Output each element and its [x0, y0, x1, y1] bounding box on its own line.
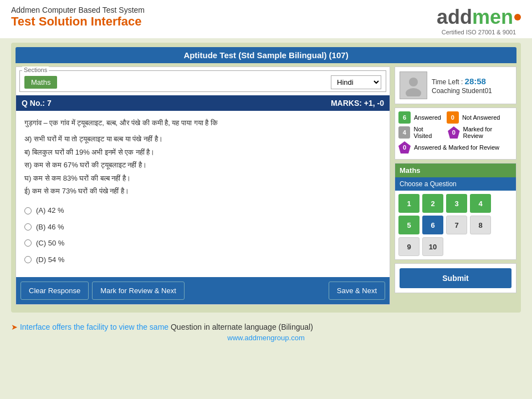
logo-add: add — [437, 6, 472, 29]
left-panel: Sections Maths Hindi English Q No.: 7 MA… — [16, 66, 390, 305]
option-b-label: (B) 46 % — [36, 221, 64, 233]
footer-highlight: Interface offers the facility to view th… — [20, 323, 168, 331]
q-btn-8[interactable]: 8 — [470, 216, 491, 234]
time-value: 28:58 — [465, 76, 486, 86]
sections-label: Sections — [22, 66, 49, 73]
answered-badge: 6 — [398, 111, 411, 124]
option-d: (D) 54 % — [24, 253, 381, 266]
avatar-icon — [402, 74, 424, 96]
not-visited-badge: 4 — [398, 126, 410, 139]
option-c-label: (C) 50 % — [36, 237, 64, 249]
right-panel: Time Left : 28:58 Coaching Student01 6 A… — [395, 66, 516, 305]
radio-b[interactable] — [24, 223, 32, 231]
student-info: Time Left : 28:58 Coaching Student01 — [395, 66, 516, 104]
legend-answered-marked: 0 Answered & Marked for Review — [398, 141, 513, 154]
q-btn-4[interactable]: 4 — [470, 194, 491, 213]
logo-men: men — [472, 6, 513, 29]
question-content: गुड़गांव – एक गांव में ट्यूबलाइट, बल्ब, … — [16, 111, 390, 277]
footer-rest: Question in alternate language (Bilingua… — [168, 323, 313, 331]
avatar — [400, 71, 427, 99]
option-a-label: (A) 42 % — [36, 204, 64, 217]
option-a: (A) 42 % — [24, 204, 381, 217]
not-answered-label: Not Answered — [462, 114, 500, 121]
mark-review-button[interactable]: Mark for Review & Next — [92, 282, 185, 300]
content-area: Sections Maths Hindi English Q No.: 7 MA… — [16, 63, 516, 308]
q-btn-2[interactable]: 2 — [422, 194, 443, 213]
svg-point-1 — [406, 88, 421, 96]
test-title-bar: Aptitude Test (Std Sample Bilingual) (10… — [16, 47, 516, 63]
question-text: गुड़गांव – एक गांव में ट्यूबलाइट, बल्ब, … — [24, 116, 381, 197]
legend-answered: 6 Answered 0 Not Answered — [398, 111, 513, 124]
chooser-section-header: Maths — [395, 163, 516, 177]
answered-label: Answered — [414, 114, 441, 121]
q-btn-1[interactable]: 1 — [398, 194, 420, 213]
certified-text: Certified ISO 27001 & 9001 — [437, 29, 521, 35]
q-btn-10[interactable]: 10 — [422, 237, 443, 256]
section-maths-button[interactable]: Maths — [24, 76, 57, 89]
q-btn-6[interactable]: 6 — [422, 216, 443, 234]
main-container: Aptitude Test (Std Sample Bilingual) (10… — [11, 43, 521, 313]
option-c: (C) 50 % — [24, 237, 381, 249]
save-next-button[interactable]: Save & Next — [329, 282, 385, 300]
header-right: add men Certified ISO 27001 & 9001 — [437, 6, 521, 35]
not-answered-badge: 0 — [447, 111, 459, 124]
header: Addmen Computer Based Test System Test S… — [0, 0, 532, 38]
q-btn-3[interactable]: 3 — [446, 194, 467, 213]
q-btn-9[interactable]: 9 — [398, 237, 420, 256]
submit-area: Submit — [395, 263, 516, 293]
radio-c[interactable] — [24, 239, 32, 247]
question-chooser: Maths Choose a Question 1 2 3 4 5 6 7 8 … — [395, 163, 516, 260]
sections-wrapper: Sections Maths Hindi English — [19, 70, 386, 92]
option-d-label: (D) 54 % — [36, 253, 64, 266]
submit-button[interactable]: Submit — [400, 268, 511, 288]
options-list: (A) 42 % (B) 46 % (C) 50 % (D) 54 % — [24, 204, 381, 266]
logo: add men — [437, 6, 521, 29]
question-bar: Q No.: 7 MARKS: +1, -0 — [16, 95, 390, 111]
choose-label: Choose a Question — [395, 177, 516, 191]
q-line-c: स) कम से कम 67% घरों की ट्यूबलाइट नहीं ह… — [24, 158, 381, 171]
footer: ➤ Interface offers the facility to view … — [0, 317, 532, 347]
footer-url: www.addmengroup.com — [11, 334, 521, 342]
footer-tip: ➤ Interface offers the facility to view … — [11, 323, 521, 331]
q-btn-7[interactable]: 7 — [446, 216, 467, 234]
time-label: Time Left : — [432, 78, 465, 86]
not-visited-label: Not Visited — [413, 126, 442, 139]
answered-marked-label: Answered & Marked for Review — [414, 144, 499, 151]
marked-label: Marked for Review — [463, 126, 513, 139]
q-btn-5[interactable]: 5 — [398, 216, 420, 234]
question-number: Q No.: 7 — [22, 99, 52, 108]
time-left: Time Left : 28:58 — [432, 76, 492, 86]
q-line-b: ब) बिलकुल घरों की 19% अभी इनमें से एक नह… — [24, 146, 381, 158]
logo-dot — [514, 14, 521, 21]
q-line1: गुड़गांव – एक गांव में ट्यूबलाइट, बल्ब, … — [24, 116, 381, 129]
option-b: (B) 46 % — [24, 221, 381, 233]
language-select[interactable]: Hindi English — [331, 75, 381, 89]
legend-not-visited: 4 Not Visited 0 Marked for Review — [398, 126, 513, 139]
q-line-a: अ) सभी घरों में या तो ट्यूबलाइट या बल्ब … — [24, 132, 381, 145]
radio-d[interactable] — [24, 256, 32, 263]
clear-response-button[interactable]: Clear Response — [21, 282, 89, 300]
answered-marked-badge: 0 — [398, 141, 411, 154]
radio-a[interactable] — [24, 207, 32, 214]
marked-badge: 0 — [448, 126, 459, 139]
student-details: Time Left : 28:58 Coaching Student01 — [432, 76, 492, 95]
student-name: Coaching Student01 — [432, 87, 492, 95]
q-line-d: घ) कम से कम 83% घरों की बल्ब नहीं है। — [24, 172, 381, 185]
legend: 6 Answered 0 Not Answered 4 Not Visited … — [395, 108, 516, 160]
question-grid: 1 2 3 4 5 6 7 8 9 10 — [395, 191, 516, 259]
footer-arrow: ➤ — [11, 323, 20, 331]
app-subtitle: Test Solution Interface — [11, 14, 145, 29]
svg-point-0 — [409, 78, 418, 86]
app-title: Addmen Computer Based Test System — [11, 6, 145, 14]
q-line-e: ई) कम से कम 73% घरों की पंखे नहीं है। — [24, 185, 381, 197]
marks-label: MARKS: +1, -0 — [331, 99, 384, 108]
action-bar: Clear Response Mark for Review & Next Sa… — [16, 277, 390, 304]
header-left: Addmen Computer Based Test System Test S… — [11, 6, 145, 29]
